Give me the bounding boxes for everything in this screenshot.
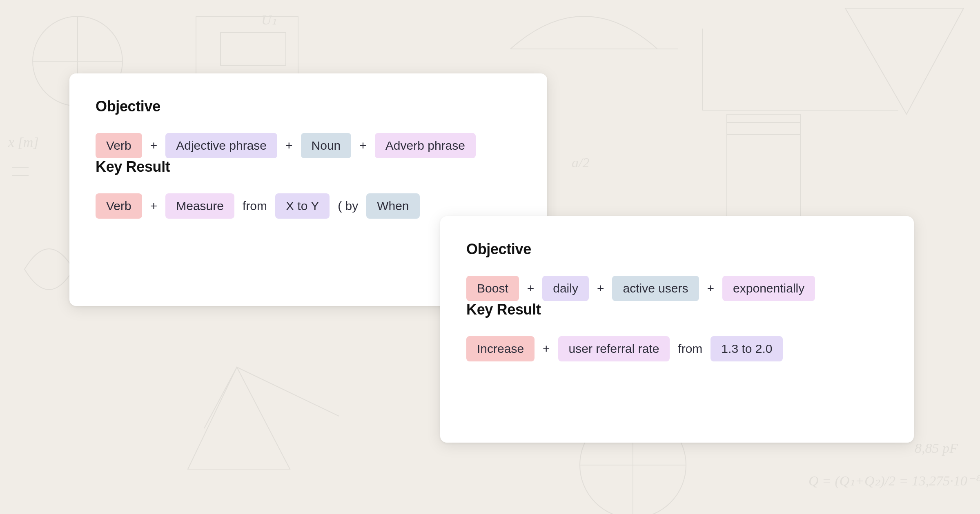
chip-when: When	[366, 193, 419, 219]
from-separator: from	[678, 342, 702, 356]
svg-text:U₁: U₁	[261, 12, 277, 27]
plus-separator: +	[150, 199, 158, 213]
chip-range: 1.3 to 2.0	[710, 336, 783, 361]
svg-rect-2	[727, 114, 800, 228]
chip-adverb-phrase: Adverb phrase	[375, 133, 476, 158]
chip-daily: daily	[542, 276, 589, 301]
svg-text:x [m]: x [m]	[8, 135, 39, 150]
svg-text:8,85 pF: 8,85 pF	[915, 441, 958, 456]
chip-x-to-y: X to Y	[275, 193, 330, 219]
objective-section: Objective Verb + Adjective phrase + Noun…	[96, 98, 521, 158]
chip-adjective-phrase: Adjective phrase	[165, 133, 277, 158]
keyresult-formula-row: Verb + Measure from X to Y ( by When	[96, 193, 521, 219]
chip-increase: Increase	[466, 336, 535, 361]
keyresult-section: Key Result Increase + user referral rate…	[466, 301, 888, 361]
plus-separator: +	[359, 139, 367, 153]
svg-text:Q = (Q₁+Q₂)/2 = 13,275·10⁻⁸ C: Q = (Q₁+Q₂)/2 = 13,275·10⁻⁸ C	[808, 473, 980, 489]
chip-verb: Verb	[96, 133, 142, 158]
chip-noun: Noun	[301, 133, 352, 158]
plus-separator: +	[543, 342, 550, 356]
objective-formula-row: Verb + Adjective phrase + Noun + Adverb …	[96, 133, 521, 158]
chip-exponentially: exponentially	[722, 276, 815, 301]
from-separator: from	[243, 199, 267, 213]
svg-text:a/2: a/2	[572, 155, 589, 170]
keyresult-section: Key Result Verb + Measure from X to Y ( …	[96, 158, 521, 219]
plus-separator: +	[285, 139, 293, 153]
objective-title: Objective	[96, 98, 521, 115]
chip-active-users: active users	[612, 276, 699, 301]
plus-separator: +	[707, 281, 715, 295]
okr-example-card: Objective Boost + daily + active users +…	[440, 216, 914, 443]
keyresult-title: Key Result	[96, 158, 521, 175]
plus-separator: +	[527, 281, 535, 295]
chip-measure: Measure	[165, 193, 234, 219]
keyresult-example-row: Increase + user referral rate from 1.3 t…	[466, 336, 888, 361]
chip-verb: Verb	[96, 193, 142, 219]
objective-title: Objective	[466, 241, 888, 258]
chip-user-referral-rate: user referral rate	[558, 336, 670, 361]
svg-rect-1	[220, 33, 286, 65]
plus-separator: +	[150, 139, 158, 153]
by-separator: ( by	[338, 199, 358, 213]
chip-boost: Boost	[466, 276, 519, 301]
objective-section: Objective Boost + daily + active users +…	[466, 241, 888, 301]
plus-separator: +	[597, 281, 604, 295]
objective-example-row: Boost + daily + active users + exponenti…	[466, 276, 888, 301]
keyresult-title: Key Result	[466, 301, 888, 318]
